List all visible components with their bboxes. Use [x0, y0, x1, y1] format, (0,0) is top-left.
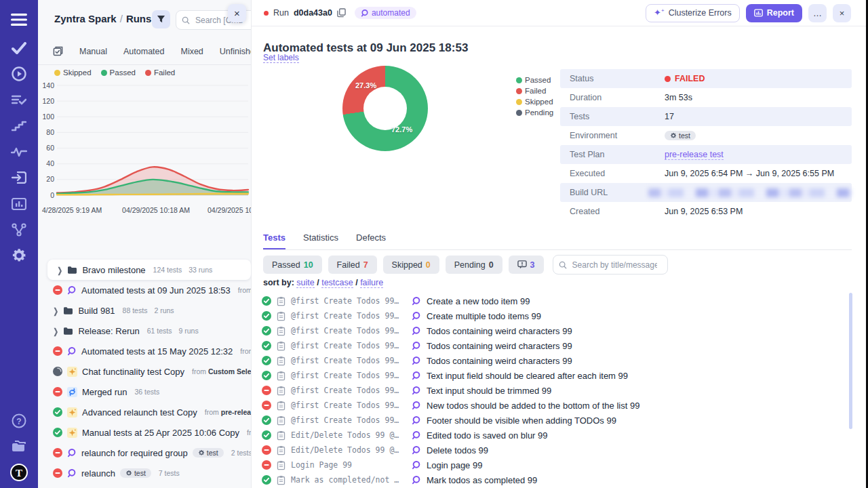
test-title: Create multiple todo items 99	[427, 311, 541, 321]
runs-group-row[interactable]: ❯Release: Rerun61 tests9 runs	[38, 321, 251, 341]
runs-group-row[interactable]: ❯Build 98188 tests2 runs	[38, 300, 251, 321]
menu-icon[interactable]	[0, 9, 38, 30]
help-icon[interactable]: ?	[0, 411, 38, 431]
chip-comments[interactable]: 3	[509, 256, 544, 274]
automated-badge[interactable]: automated	[355, 7, 416, 19]
report-chart-icon	[754, 9, 763, 17]
sort-label: sort by:	[263, 278, 294, 287]
clipboard-icon	[277, 430, 285, 441]
panel-close-button[interactable]: ×	[228, 4, 246, 22]
branch-icon[interactable]	[0, 220, 38, 240]
run-row[interactable]: relaunch for required grouptest2 tests	[38, 443, 251, 463]
select-all-icon[interactable]	[53, 46, 63, 56]
tab-tests[interactable]: Tests	[263, 232, 285, 249]
tab-automated[interactable]: Automated	[123, 47, 164, 56]
runs-list: ❯Bravo milestone124 tests33 runsAutomate…	[38, 260, 251, 483]
test-row[interactable]: @first Create Todos 99…Todos containing …	[262, 323, 845, 338]
run-row[interactable]: Manual tests at 25 Apr 2025 10:06 Copyfr…	[38, 422, 251, 443]
automated-run-icon	[412, 296, 421, 306]
info-value: test	[665, 131, 696, 140]
test-row[interactable]: @first Create Todos 99…Text input should…	[262, 383, 845, 398]
runs-group-row[interactable]: ❯Bravo milestone124 tests33 runs	[47, 260, 251, 280]
app-logo[interactable]: T	[0, 462, 38, 483]
run-meta: 124 tests33 runs	[153, 266, 213, 274]
tab-unfinished[interactable]: Unfinished	[220, 47, 252, 56]
legend-item: Failed	[145, 68, 175, 77]
close-run-button[interactable]: ×	[833, 4, 851, 22]
folder-icon	[63, 306, 73, 315]
run-status-failed-icon	[53, 387, 62, 396]
run-row[interactable]: Advanced relaunch test Copyfrom pre-rele…	[38, 402, 251, 422]
tab-manual[interactable]: Manual	[79, 47, 107, 56]
tests-search-input[interactable]	[571, 260, 658, 270]
test-row[interactable]: @first Create Todos 99…Footer should be …	[262, 413, 845, 428]
run-row[interactable]: relaunchtest7 tests	[38, 463, 251, 483]
test-row[interactable]: @first Create Todos 99…Create a new todo…	[262, 293, 845, 308]
test-row[interactable]: Login Page 99Login page 99	[262, 458, 845, 472]
suites-list-icon[interactable]	[0, 90, 38, 110]
steps-icon[interactable]	[0, 116, 38, 136]
chip-pending[interactable]: Pending0	[446, 256, 502, 274]
chevron-right-icon[interactable]: ❯	[53, 306, 58, 314]
chip-skipped[interactable]: Skipped0	[383, 256, 439, 274]
donut-legend: PassedFailedSkippedPending	[516, 75, 553, 118]
run-row[interactable]: Merged run36 tests	[38, 382, 251, 402]
app-window: ? T Zyntra Spark/Runs × Manual Automated…	[0, 0, 868, 488]
tests-scrollbar[interactable]	[849, 293, 852, 429]
tab-defects[interactable]: Defects	[356, 232, 386, 249]
filter-button[interactable]	[152, 10, 170, 28]
settings-gear-icon[interactable]	[0, 245, 38, 266]
test-plan-link[interactable]: pre-release test	[665, 150, 724, 160]
report-button[interactable]: Report	[746, 4, 802, 22]
suite-name: @first Create Todos 99…	[291, 311, 406, 321]
copy-icon[interactable]	[337, 8, 346, 18]
run-row[interactable]: Automated tests at 15 May 2025 12:32from…	[38, 341, 251, 361]
set-labels-link[interactable]: Set labels	[263, 53, 299, 63]
test-row[interactable]: @first Create Todos 99…Text input field …	[262, 368, 845, 383]
tab-statistics[interactable]: Statistics	[303, 232, 338, 249]
run-from: from Plan	[247, 428, 251, 436]
run-row[interactable]: Automated tests at 09 Jun 2025 18:53from…	[38, 280, 251, 300]
import-icon[interactable]	[0, 167, 38, 188]
sort-by-failure[interactable]: failure	[360, 278, 383, 288]
test-row[interactable]: @first Create Todos 99…Create multiple t…	[262, 308, 845, 323]
more-button[interactable]: …	[808, 4, 827, 22]
test-row[interactable]: Edit/Delete Todos 99 @…Edited todo is sa…	[262, 428, 845, 443]
run-row[interactable]: Chat functinality test Copyfrom Custom S…	[38, 361, 251, 382]
folder-icon	[63, 327, 73, 336]
sort-by-testcase[interactable]: testcase	[321, 278, 353, 288]
chip-failed[interactable]: Failed7	[328, 256, 377, 274]
run-title: Merged run	[82, 387, 127, 397]
breadcrumb-separator: /	[117, 13, 126, 24]
chip-passed[interactable]: Passed10	[263, 256, 322, 274]
chevron-right-icon[interactable]: ❯	[57, 265, 62, 274]
test-row[interactable]: @first Create Todos 99…Todos containing …	[262, 353, 845, 368]
project-name[interactable]: Zyntra Spark	[54, 13, 117, 24]
runs-check-icon[interactable]	[0, 38, 38, 58]
analytics-icon[interactable]	[0, 194, 38, 214]
test-title: Todos containing weird characters 99	[427, 326, 572, 336]
projects-folder-icon[interactable]	[0, 436, 38, 457]
environment-badge: test	[120, 468, 151, 478]
automated-run-icon	[412, 386, 421, 395]
automated-run-icon	[412, 415, 421, 425]
chevron-right-icon[interactable]: ❯	[53, 326, 58, 335]
legend-dot	[54, 70, 60, 76]
test-row[interactable]: @first Create Todos 99…New todos should …	[262, 398, 845, 413]
tab-mixed[interactable]: Mixed	[180, 47, 203, 56]
gear-icon	[125, 470, 132, 476]
automated-run-icon	[412, 401, 421, 410]
suite-name: Mark as completed/not …	[291, 475, 406, 485]
play-circle-icon[interactable]	[0, 64, 38, 84]
pulse-icon[interactable]	[0, 142, 38, 162]
donut-legend-dot	[516, 110, 522, 116]
test-row[interactable]: Edit/Delete Todos 99 @…Delete todos 99	[262, 443, 845, 458]
test-row[interactable]: Mark as completed/not …Mark todos as com…	[262, 472, 845, 487]
test-title: Todos containing weird characters 99	[427, 356, 572, 366]
cursor-pointer-icon	[47, 264, 48, 275]
sort-by-suite[interactable]: suite	[296, 278, 314, 288]
test-status-passed-icon	[262, 296, 271, 306]
clusterize-errors-button[interactable]: ✦+Clusterize Errors	[646, 4, 740, 22]
run-info-table: StatusFAILEDDuration3m 53sTests17Environ…	[560, 69, 852, 221]
test-row[interactable]: @first Create Todos 99…Todos containing …	[262, 338, 845, 353]
